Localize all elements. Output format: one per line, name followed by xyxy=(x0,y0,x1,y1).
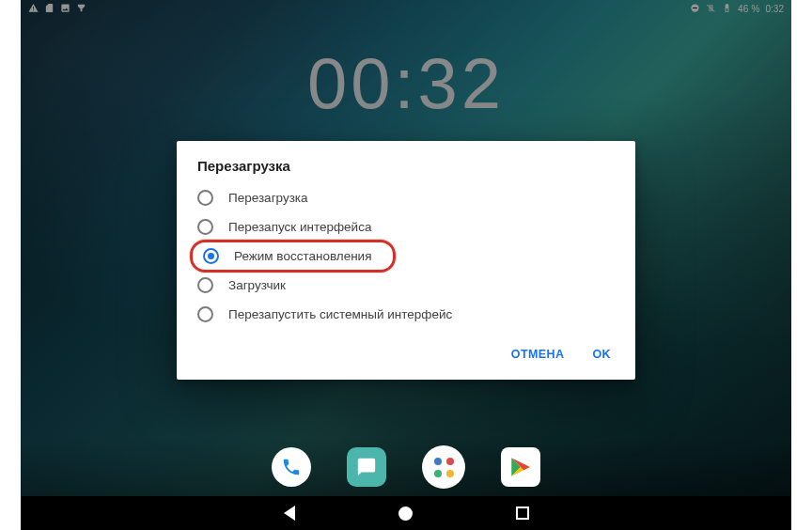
navigation-bar xyxy=(21,496,791,530)
radio-icon xyxy=(197,306,213,322)
ok-button[interactable]: OK xyxy=(588,342,615,366)
reboot-dialog: Перезагрузка Перезагрузка Перезапуск инт… xyxy=(177,141,635,380)
recents-button[interactable] xyxy=(516,507,529,520)
dialog-options: Перезагрузка Перезапуск интерфейса Режим… xyxy=(177,183,635,329)
radio-icon xyxy=(197,277,213,293)
option-restart-ui[interactable]: Перезапуск интерфейса xyxy=(182,212,630,242)
messages-app-icon[interactable] xyxy=(347,447,386,487)
dialog-actions: ОТМЕНА OK xyxy=(177,329,635,374)
option-reboot[interactable]: Перезагрузка xyxy=(182,183,630,212)
option-label: Перезапустить системный интерфейс xyxy=(228,307,452,321)
dock xyxy=(21,438,791,496)
radio-icon xyxy=(197,219,213,235)
app-drawer-icon[interactable] xyxy=(422,445,465,489)
option-label: Перезапуск интерфейса xyxy=(228,220,371,234)
radio-icon-selected xyxy=(203,248,219,264)
radio-icon xyxy=(197,190,213,206)
option-label: Перезагрузка xyxy=(228,191,308,205)
play-store-icon[interactable] xyxy=(501,447,540,487)
option-label: Режим восстановления xyxy=(234,249,371,263)
dialog-title: Перезагрузка xyxy=(177,158,635,183)
phone-app-icon[interactable] xyxy=(272,447,311,487)
option-recovery[interactable]: Режим восстановления xyxy=(188,242,386,271)
cancel-button[interactable]: ОТМЕНА xyxy=(508,342,569,366)
home-screen: 46 % 0:32 00:32 Перезагрузка Перезагрузк… xyxy=(21,0,791,530)
option-label: Загрузчик xyxy=(228,278,286,292)
option-bootloader[interactable]: Загрузчик xyxy=(182,271,630,300)
option-restart-systemui[interactable]: Перезапустить системный интерфейс xyxy=(182,300,630,329)
home-button[interactable] xyxy=(398,507,413,521)
back-button[interactable] xyxy=(284,506,295,521)
